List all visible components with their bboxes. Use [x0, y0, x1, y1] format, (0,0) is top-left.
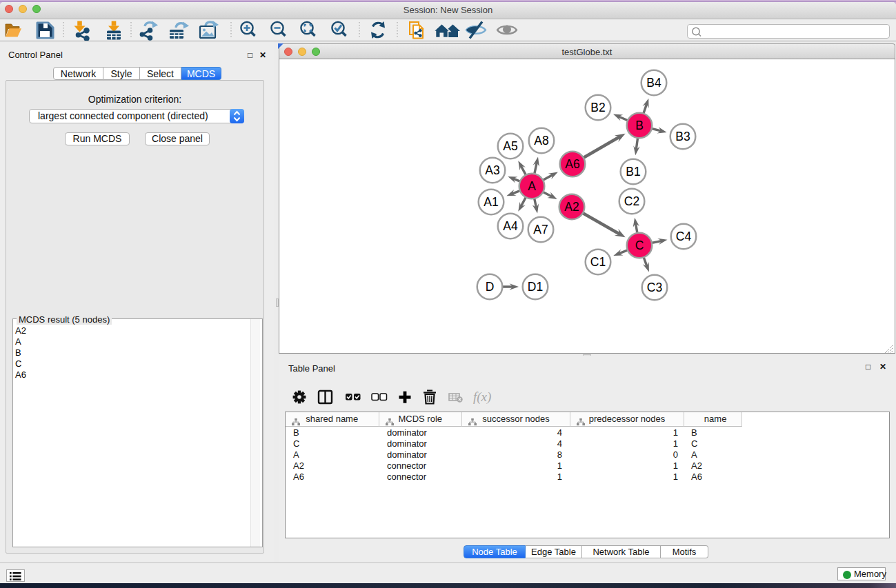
svg-text:A: A — [528, 179, 536, 193]
svg-text:f(x): f(x) — [473, 389, 491, 405]
svg-text:B2: B2 — [590, 101, 605, 114]
svg-text:B: B — [635, 119, 644, 132]
svg-text:A1: A1 — [484, 195, 498, 209]
svg-text:A2: A2 — [564, 200, 579, 214]
svg-text:C4: C4 — [676, 230, 692, 243]
svg-text:D1: D1 — [528, 280, 543, 294]
svg-text:B1: B1 — [626, 165, 640, 179]
svg-text:C1: C1 — [590, 255, 606, 269]
svg-text:A8: A8 — [534, 134, 548, 148]
svg-text:B3: B3 — [675, 130, 690, 143]
svg-text:A6: A6 — [565, 157, 579, 171]
svg-text:C: C — [635, 239, 644, 252]
svg-text:D: D — [486, 280, 495, 294]
svg-text:C3: C3 — [647, 281, 662, 294]
svg-text:A7: A7 — [533, 223, 548, 236]
svg-text:A4: A4 — [503, 219, 518, 233]
svg-text:C2: C2 — [624, 194, 639, 208]
svg-text:A3: A3 — [485, 163, 499, 177]
svg-text:B4: B4 — [646, 76, 661, 90]
svg-text:A5: A5 — [503, 139, 517, 153]
